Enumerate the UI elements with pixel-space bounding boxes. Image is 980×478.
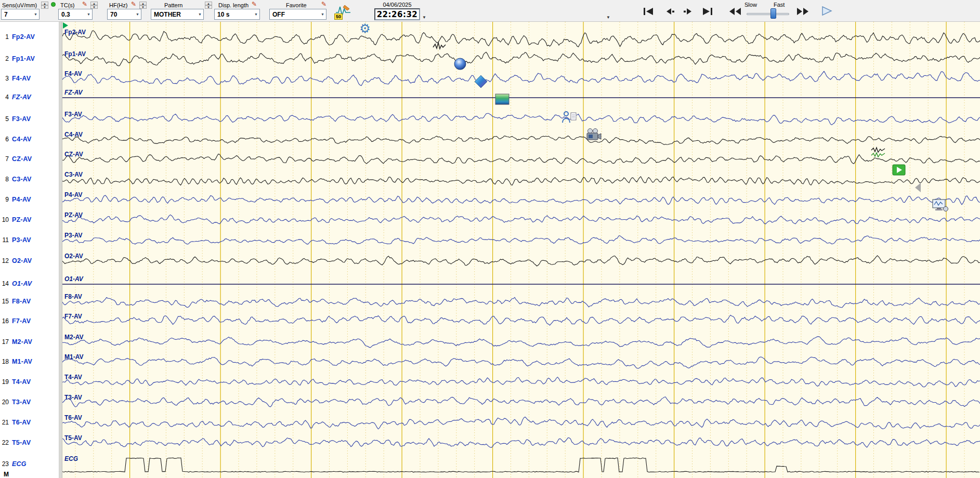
brain-map-button[interactable] [451, 55, 469, 73]
monitor-start-button[interactable] [890, 161, 908, 179]
channel-number: 1 [0, 33, 9, 41]
sidebar-channel-Fp2-AV[interactable]: 1Fp2-AV [0, 32, 59, 42]
hf-spinner[interactable]: ▲▼ [139, 2, 147, 9]
sidebar-channel-T5-AV[interactable]: 22T5-AV [0, 438, 59, 447]
hf-combo[interactable]: 70▼ [107, 9, 141, 20]
waveform-view-button[interactable] [430, 37, 448, 55]
spinner-up-icon[interactable]: ▲ [205, 2, 212, 5]
channel-number: 22 [0, 439, 9, 446]
channel-number: 10 [0, 216, 9, 223]
remote-monitor-button[interactable] [930, 196, 950, 214]
status-led-icon [51, 2, 56, 7]
pattern-spinner[interactable]: ▲▼ [205, 2, 212, 9]
video-options-arrow[interactable]: ▼ [606, 16, 610, 20]
spinner-up-icon[interactable]: ▲ [90, 2, 98, 5]
spinner-down-icon[interactable]: ▼ [205, 5, 212, 9]
channel-number: 14 [0, 280, 9, 287]
tc-spinner[interactable]: ▲▼ [90, 2, 98, 9]
review-wave-button[interactable] [869, 143, 887, 161]
fast-forward-icon [796, 7, 809, 16]
spinner-down-icon[interactable]: ▼ [90, 5, 98, 9]
jump-start-button[interactable] [641, 5, 657, 18]
sidebar-channel-FZ-AV[interactable]: 4FZ-AV [0, 92, 59, 102]
favorite-edit-pencil-icon[interactable]: ✎ [321, 1, 326, 7]
review-wave-icon [871, 146, 885, 158]
sidebar-channel-P3-AV[interactable]: 11P3-AV [0, 235, 59, 245]
settings-button[interactable]: ⚙ [357, 20, 373, 37]
sidebar-channel-F3-AV[interactable]: 5F3-AV [0, 114, 59, 124]
step-back-button[interactable] [661, 5, 678, 18]
calibration-tool-button[interactable]: 50 [334, 2, 352, 20]
sidebar-channel-O2-AV[interactable]: 12O2-AV [0, 256, 59, 265]
channel-number: 8 [0, 176, 9, 183]
sidebar-channel-CZ-AV[interactable]: 7CZ-AV [0, 154, 59, 164]
channel-label: F7-AV [12, 317, 31, 325]
video-button[interactable] [583, 126, 604, 143]
patient-info-button[interactable] [559, 108, 579, 126]
speed-slider-handle[interactable] [770, 8, 776, 19]
channel-label: T3-AV [12, 399, 31, 406]
hf-edit-pencil-icon[interactable]: ✎ [131, 1, 136, 7]
sidebar-channel-C4-AV[interactable]: 6C4-AV [0, 135, 59, 144]
back-button[interactable] [911, 179, 925, 196]
channel-label: C3-AV [12, 176, 32, 183]
channel-label: T5-AV [12, 439, 31, 446]
sidebar-channel-Fp1-AV[interactable]: 2Fp1-AV [0, 54, 59, 63]
channel-label: Fp2-AV [12, 33, 35, 41]
sidebar-channel-F4-AV[interactable]: 3F4-AV [0, 74, 59, 83]
sens-spinner[interactable]: ▲▼ [41, 2, 48, 9]
sidebar-channel-PZ-AV[interactable]: 10PZ-AV [0, 215, 59, 224]
spinner-down-icon[interactable]: ▼ [139, 5, 147, 9]
tc-combo[interactable]: 0.3▼ [58, 9, 93, 20]
channel-number: 16 [0, 317, 9, 325]
jump-end-button[interactable] [699, 5, 715, 18]
channel-label: C4-AV [12, 136, 32, 143]
channel-number: 21 [0, 419, 9, 426]
channel-label: CZ-AV [12, 155, 32, 163]
channel-label: F8-AV [12, 298, 31, 305]
sidebar-channel-F7-AV[interactable]: 16F7-AV [0, 316, 59, 326]
sidebar-channel-O1-AV[interactable]: 14O1-AV [0, 279, 59, 288]
channel-number: 6 [0, 136, 9, 143]
sidebar-channel-M2-AV[interactable]: 17M2-AV [0, 337, 59, 347]
sens-label: Sens(uV/mm) [2, 2, 37, 8]
disp-length-combo[interactable]: 10 s▼ [214, 9, 260, 20]
sidebar-channel-M1-AV[interactable]: 18M1-AV [0, 357, 59, 366]
time-display: 22:26:32 [374, 8, 420, 20]
hf-value: 70 [110, 11, 117, 18]
sens-value: 7 [4, 11, 8, 18]
tc-value: 0.3 [61, 11, 70, 18]
channel-number: 9 [0, 196, 9, 203]
spinner-up-icon[interactable]: ▲ [41, 2, 48, 5]
disp-length-label: Disp. length [218, 2, 249, 8]
time-options-arrow[interactable]: ▼ [422, 16, 426, 20]
sidebar-channel-C3-AV[interactable]: 8C3-AV [0, 175, 59, 184]
pattern-combo[interactable]: MOTHER▼ [151, 9, 204, 20]
sidebar-channel-F8-AV[interactable]: 15F8-AV [0, 297, 59, 306]
sidebar-channel-T3-AV[interactable]: 20T3-AV [0, 397, 59, 407]
sidebar-channel-ECG[interactable]: 23ECG [0, 459, 59, 469]
sidebar-channel-T6-AV[interactable]: 21T6-AV [0, 418, 59, 427]
speed-up-button[interactable] [792, 5, 813, 18]
hf-label: HF(Hz) [109, 2, 127, 8]
speed-down-button[interactable] [725, 5, 746, 18]
play-button[interactable] [817, 4, 836, 18]
disp-edit-pencil-icon[interactable]: ✎ [252, 1, 257, 7]
favorite-combo[interactable]: OFF▼ [269, 9, 326, 20]
channel-label: PZ-AV [12, 216, 32, 223]
spectrum-button[interactable] [472, 73, 490, 90]
sidebar-channel-T4-AV[interactable]: 19T4-AV [0, 377, 59, 387]
sidebar-channel-P4-AV[interactable]: 9P4-AV [0, 195, 59, 204]
chevron-down-icon: ▼ [87, 12, 90, 16]
tc-edit-pencil-icon[interactable]: ✎ [82, 1, 87, 7]
channel-number: 12 [0, 257, 9, 264]
step-forward-button[interactable] [680, 5, 697, 18]
trend-map-button[interactable] [493, 90, 512, 108]
toolbar: Sens(uV/mm) ▲▼ 7▼ TC(s) ✎ ▲▼ 0.3▼ HF(Hz)… [0, 0, 980, 22]
sens-combo[interactable]: 7▼ [1, 9, 40, 20]
monitor-icon [932, 198, 948, 212]
speed-slider-track[interactable] [747, 13, 789, 15]
spinner-down-icon[interactable]: ▼ [41, 5, 48, 9]
spinner-up-icon[interactable]: ▲ [139, 2, 147, 5]
step-forward-icon [683, 7, 694, 16]
